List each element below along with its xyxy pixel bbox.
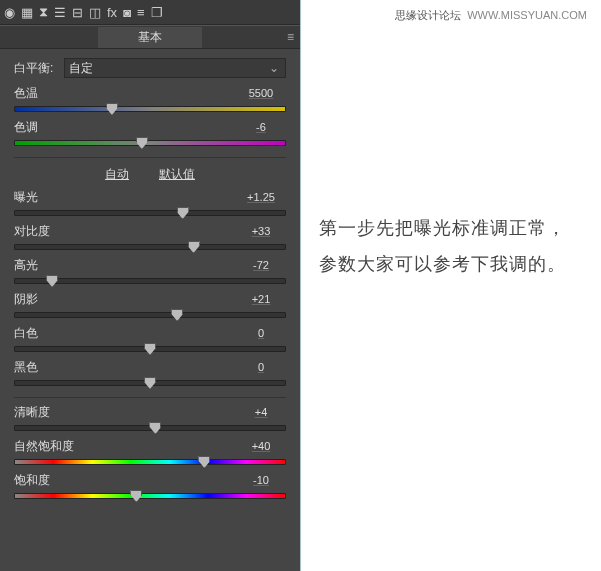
grid-icon[interactable]: ▦ xyxy=(21,5,33,20)
menu-icon[interactable]: ≡ xyxy=(287,30,294,44)
tab-basic[interactable]: 基本 xyxy=(98,27,202,48)
auto-link[interactable]: 自动 xyxy=(105,166,129,183)
clarity-slider[interactable]: 清晰度+4 xyxy=(14,404,286,432)
contrast-label: 对比度 xyxy=(14,223,50,240)
tint-slider[interactable]: 色调-6 xyxy=(14,119,286,147)
temperature-label: 色温 xyxy=(14,85,38,102)
tone-icon[interactable]: ⊟ xyxy=(72,5,83,20)
highlights-label: 高光 xyxy=(14,257,38,274)
whites-value[interactable]: 0 xyxy=(236,327,286,339)
clarity-label: 清晰度 xyxy=(14,404,50,421)
fx-icon[interactable]: fx xyxy=(107,5,117,20)
saturation-label: 饱和度 xyxy=(14,472,50,489)
temperature-slider[interactable]: 色温5500 xyxy=(14,85,286,113)
shadows-label: 阴影 xyxy=(14,291,38,308)
saturation-slider[interactable]: 饱和度-10 xyxy=(14,472,286,500)
exposure-slider[interactable]: 曝光+1.25 xyxy=(14,189,286,217)
highlights-slider[interactable]: 高光-72 xyxy=(14,257,286,285)
layers-icon[interactable]: ❐ xyxy=(151,5,163,20)
blacks-value[interactable]: 0 xyxy=(236,361,286,373)
white-balance-select[interactable]: 自定 xyxy=(64,58,286,78)
tint-label: 色调 xyxy=(14,119,38,136)
temperature-value[interactable]: 5500 xyxy=(236,87,286,99)
whites-label: 白色 xyxy=(14,325,38,342)
white-balance-label: 白平衡: xyxy=(14,60,64,77)
contrast-slider[interactable]: 对比度+33 xyxy=(14,223,286,251)
whites-slider[interactable]: 白色0 xyxy=(14,325,286,353)
instruction-text: 第一步先把曝光标准调正常，参数大家可以参考下我调的。 xyxy=(319,210,583,282)
exposure-value[interactable]: +1.25 xyxy=(236,191,286,203)
tint-value[interactable]: -6 xyxy=(236,121,286,133)
clarity-value[interactable]: +4 xyxy=(236,406,286,418)
default-link[interactable]: 默认值 xyxy=(159,166,195,183)
rows-icon[interactable]: ☰ xyxy=(54,5,66,20)
tab-bar: 基本 ≡ xyxy=(0,25,300,49)
blacks-label: 黑色 xyxy=(14,359,38,376)
camera-icon[interactable]: ◙ xyxy=(123,5,131,20)
split-icon[interactable]: ◫ xyxy=(89,5,101,20)
saturation-value[interactable]: -10 xyxy=(236,474,286,486)
exposure-label: 曝光 xyxy=(14,189,38,206)
vibrance-slider[interactable]: 自然饱和度+40 xyxy=(14,438,286,466)
aperture-icon[interactable]: ◉ xyxy=(4,5,15,20)
toolbar: ◉ ▦ ⧗ ☰ ⊟ ◫ fx ◙ ≡ ❐ xyxy=(0,0,300,25)
shadows-slider[interactable]: 阴影+21 xyxy=(14,291,286,319)
vibrance-label: 自然饱和度 xyxy=(14,438,74,455)
watermark: 思缘设计论坛WWW.MISSYUAN.COM xyxy=(395,8,587,23)
blacks-slider[interactable]: 黑色0 xyxy=(14,359,286,387)
vibrance-value[interactable]: +40 xyxy=(236,440,286,452)
contrast-value[interactable]: +33 xyxy=(236,225,286,237)
sliders-icon[interactable]: ≡ xyxy=(137,5,145,20)
mirror-icon[interactable]: ⧗ xyxy=(39,4,48,20)
shadows-value[interactable]: +21 xyxy=(236,293,286,305)
highlights-value[interactable]: -72 xyxy=(236,259,286,271)
